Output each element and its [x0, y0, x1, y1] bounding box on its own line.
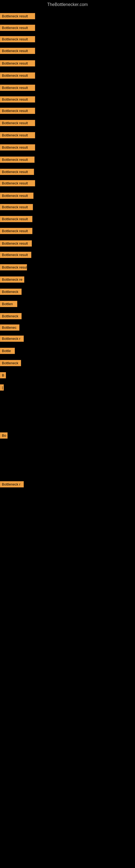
bottleneck-result-row: Bottleneck result — [0, 132, 35, 140]
bottleneck-label[interactable]: Bottleneck result — [0, 120, 35, 126]
bottleneck-result-row: Bottleneck result — [0, 144, 35, 152]
bottleneck-label[interactable]: Bottleneck result — [0, 132, 35, 138]
bottleneck-label[interactable]: Bottleneck result — [0, 25, 35, 31]
bottleneck-label[interactable]: Bottleneck result — [0, 252, 31, 258]
bottleneck-result-row: Bottleneck result — [0, 264, 27, 272]
bottleneck-result-row: Bottleneck r — [0, 481, 24, 489]
bottleneck-label[interactable]: Bottleneck result — [0, 193, 34, 199]
bottleneck-result-row: B — [0, 372, 6, 379]
bottleneck-result-row: Bottleneck — [0, 313, 21, 320]
bottleneck-result-row: Bottleneck result — [0, 96, 35, 104]
bottleneck-label[interactable]: Bottleneck result — [0, 36, 35, 42]
bottleneck-result-row: Bottleneck result — [0, 204, 33, 211]
bottleneck-result-row: Bottle — [0, 348, 15, 355]
bottleneck-label[interactable]: Bottleneck result — [0, 60, 35, 66]
bottleneck-result-row: Bottlen — [0, 301, 17, 308]
bottleneck-label[interactable]: Bottleneck result — [0, 96, 35, 102]
bottleneck-label[interactable]: Bottleneck result — [0, 108, 35, 114]
bottleneck-label[interactable]: Bottleneck result — [0, 13, 35, 19]
bottleneck-result-row: Bottleneck result — [0, 193, 34, 200]
bottleneck-label[interactable]: Bottlenec — [0, 324, 19, 331]
bottleneck-result-row: Bottleneck — [0, 289, 21, 296]
bottleneck-label[interactable]: | — [0, 384, 4, 391]
bottleneck-label[interactable]: Bottleneck result — [0, 144, 35, 151]
bottleneck-result-row: Bottleneck result — [0, 108, 35, 115]
bottleneck-result-row: Bottleneck result — [0, 48, 35, 55]
bottleneck-result-row: Bottlenec — [0, 324, 19, 332]
bottleneck-label[interactable]: Bottleneck r — [0, 481, 24, 488]
bottleneck-label[interactable]: B — [0, 372, 6, 378]
bottleneck-result-row: Bottleneck result — [0, 120, 35, 127]
bottleneck-result-row: Bottleneck result — [0, 240, 32, 248]
bottleneck-label[interactable]: Bottleneck result — [0, 85, 35, 91]
site-title: TheBottlenecker.com — [0, 0, 135, 9]
bottleneck-result-row: | — [0, 384, 4, 392]
bottleneck-label[interactable]: Bottle — [0, 348, 15, 354]
bottleneck-label[interactable]: Bottleneck result — [0, 156, 35, 163]
bottleneck-result-row: Bottleneck result — [0, 252, 31, 259]
bottleneck-label[interactable]: Bottleneck result — [0, 48, 35, 54]
bottleneck-result-row: Bottleneck result — [0, 216, 32, 223]
bottleneck-label[interactable]: Bottleneck result — [0, 72, 35, 79]
bottleneck-result-row: Bottleneck re — [0, 276, 24, 284]
bottleneck-result-row: Bottleneck result — [0, 156, 35, 164]
bottleneck-label[interactable]: Bottleneck result — [0, 204, 33, 210]
bottleneck-result-row: Bottleneck result — [0, 228, 32, 235]
bottleneck-label[interactable]: Bottlen — [0, 301, 17, 307]
bottleneck-label[interactable]: Bottleneck result — [0, 240, 32, 247]
bottleneck-label[interactable]: Bottleneck — [0, 289, 21, 295]
bottleneck-label[interactable]: Bottleneck — [0, 360, 21, 366]
bottleneck-label[interactable]: Bottleneck — [0, 313, 21, 319]
bottleneck-label[interactable]: Bottleneck result — [0, 169, 34, 175]
bottleneck-label[interactable]: Bo — [0, 432, 8, 439]
bottleneck-result-row: Bottleneck r — [0, 336, 24, 343]
bottleneck-result-row: Bottleneck result — [0, 13, 35, 20]
bottleneck-label[interactable]: Bottleneck result — [0, 180, 35, 186]
bottleneck-label[interactable]: Bottleneck result — [0, 264, 27, 271]
bottleneck-result-row: Bottleneck result — [0, 169, 34, 176]
bottleneck-label[interactable]: Bottleneck re — [0, 276, 24, 283]
bottleneck-label[interactable]: Bottleneck result — [0, 216, 32, 222]
bottleneck-result-row: Bottleneck — [0, 360, 21, 367]
bottleneck-result-row: Bo — [0, 432, 8, 440]
bottleneck-label[interactable]: Bottleneck result — [0, 228, 32, 234]
bottleneck-result-row: Bottleneck result — [0, 85, 35, 92]
bottleneck-result-row: Bottleneck result — [0, 25, 35, 32]
bottleneck-result-row: Bottleneck result — [0, 36, 35, 43]
bottleneck-result-row: Bottleneck result — [0, 180, 35, 187]
bottleneck-result-row: Bottleneck result — [0, 72, 35, 80]
bottleneck-label[interactable]: Bottleneck r — [0, 336, 24, 342]
bottleneck-result-row: Bottleneck result — [0, 60, 35, 67]
